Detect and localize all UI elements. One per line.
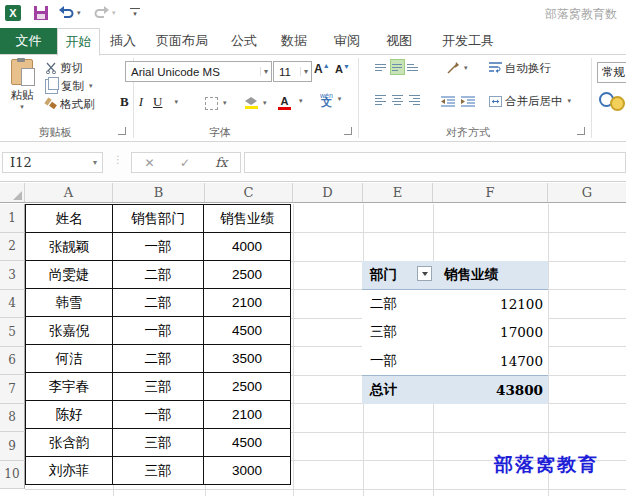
pivot-filter-button[interactable] [417, 266, 432, 281]
cell-b5[interactable]: 一部 [113, 317, 204, 345]
align-right-button[interactable] [406, 92, 421, 108]
number-format-select[interactable]: 常规 [597, 62, 626, 83]
paste-button[interactable]: 粘贴 ▾ [4, 58, 40, 116]
cell-a1[interactable]: 姓名 [26, 205, 113, 233]
orientation-button[interactable]: ▾ [446, 60, 468, 76]
font-name-dropdown-icon[interactable]: ▾ [260, 67, 271, 76]
merge-center-button[interactable]: 合并后居中 ▾ [489, 93, 571, 109]
font-size-select[interactable]: 11 ▾ [273, 61, 312, 82]
pivot-value-header[interactable]: 销售业绩 [433, 261, 548, 290]
pivot-dept-cell[interactable]: 一部 [362, 347, 433, 376]
copy-button[interactable]: 复制 ▾ [45, 78, 93, 94]
phonetic-dropdown-icon[interactable]: ▾ [338, 95, 342, 103]
cell-a4[interactable]: 韩雪 [26, 289, 113, 317]
cell-c4[interactable]: 2100 [204, 289, 291, 317]
top-align-button[interactable] [374, 59, 389, 75]
row-header-7[interactable]: 7 [0, 375, 25, 404]
paste-dropdown-icon[interactable]: ▾ [4, 103, 40, 111]
row-header-3[interactable]: 3 [0, 261, 25, 290]
tab-home[interactable]: 开始 [57, 28, 100, 56]
cell-b3[interactable]: 二部 [113, 261, 204, 289]
pivot-value-cell[interactable]: 12100 [433, 290, 548, 319]
tab-data[interactable]: 数据 [271, 28, 317, 54]
tab-developer[interactable]: 开发工具 [430, 28, 506, 54]
wrap-text-button[interactable]: 自动换行 [489, 60, 551, 76]
cell-c7[interactable]: 2500 [204, 373, 291, 401]
cell-a5[interactable]: 张嘉倪 [26, 317, 113, 345]
undo-icon[interactable]: ▾ [58, 5, 81, 21]
copy-dropdown-icon[interactable]: ▾ [89, 82, 93, 90]
cell-c3[interactable]: 2500 [204, 261, 291, 289]
tab-review[interactable]: 审阅 [324, 28, 370, 54]
orientation-dropdown-icon[interactable]: ▾ [464, 64, 468, 72]
cell-b1[interactable]: 销售部门 [113, 205, 204, 233]
alignment-dialog-launcher-icon[interactable] [577, 127, 585, 135]
clipboard-dialog-launcher-icon[interactable] [118, 127, 126, 135]
middle-align-button[interactable] [390, 59, 405, 75]
align-left-button[interactable] [374, 92, 389, 108]
row-header-6[interactable]: 6 [0, 347, 25, 376]
borders-button[interactable]: ▾ [205, 95, 227, 111]
row-header-1[interactable]: 1 [0, 204, 25, 233]
cell-a9[interactable]: 张含韵 [26, 429, 113, 457]
decrease-indent-icon[interactable] [441, 96, 455, 107]
grow-font-button[interactable]: A▲ [314, 62, 330, 76]
enter-icon[interactable]: ✓ [180, 156, 190, 170]
bottom-align-button[interactable] [406, 59, 421, 75]
pivot-dept-cell[interactable]: 二部 [362, 290, 433, 319]
font-color-dropdown-icon[interactable]: ▾ [299, 97, 303, 105]
cell-c5[interactable]: 4500 [204, 317, 291, 345]
cut-button[interactable]: 剪切 [45, 60, 83, 76]
formula-bar-resize-handle[interactable]: ⋮ [113, 154, 123, 165]
align-center-button[interactable] [390, 92, 405, 108]
pivot-total-label[interactable]: 总计 [362, 375, 433, 404]
tab-formulas[interactable]: 公式 [221, 28, 267, 54]
tab-page-layout[interactable]: 页面布局 [149, 28, 215, 54]
column-header-e[interactable]: E [363, 183, 433, 202]
borders-dropdown-icon[interactable]: ▾ [223, 99, 227, 107]
cell-a2[interactable]: 张靓颖 [26, 233, 113, 261]
tab-file[interactable]: 文件 [0, 28, 57, 54]
font-dialog-launcher-icon[interactable] [344, 127, 352, 135]
cell-a6[interactable]: 何洁 [26, 345, 113, 373]
pivot-value-cell[interactable]: 14700 [433, 347, 548, 376]
cell-b8[interactable]: 一部 [113, 401, 204, 429]
cell-b9[interactable]: 三部 [113, 429, 204, 457]
cell-b4[interactable]: 二部 [113, 289, 204, 317]
cell-a8[interactable]: 陈好 [26, 401, 113, 429]
bold-button[interactable]: B [120, 94, 129, 110]
row-header-5[interactable]: 5 [0, 318, 25, 347]
insert-function-icon[interactable]: fx [215, 155, 227, 170]
row-header-2[interactable]: 2 [0, 233, 25, 262]
formula-input[interactable] [244, 152, 626, 173]
cancel-icon[interactable]: ✕ [145, 156, 155, 170]
pivot-total-value[interactable]: 43800 [433, 375, 548, 404]
column-header-f[interactable]: F [433, 183, 548, 202]
cell-c10[interactable]: 3000 [204, 457, 291, 485]
format-painter-button[interactable]: 格式刷 [45, 96, 95, 112]
italic-button[interactable]: I [139, 94, 143, 110]
column-header-d[interactable]: D [293, 183, 363, 202]
customize-qat-icon[interactable]: ▾ [130, 5, 140, 21]
row-header-10[interactable]: 10 [0, 461, 25, 490]
cell-a7[interactable]: 李宇春 [26, 373, 113, 401]
underline-button[interactable]: U [153, 94, 162, 110]
font-name-select[interactable]: Arial Unicode MS ▾ [125, 61, 272, 82]
shrink-font-button[interactable]: A▼ [335, 63, 350, 75]
select-all-button[interactable] [0, 183, 25, 202]
cell-b6[interactable]: 二部 [113, 345, 204, 373]
column-header-g[interactable]: G [548, 183, 626, 202]
fill-color-button[interactable]: ▾ [245, 95, 267, 111]
row-header-4[interactable]: 4 [0, 290, 25, 319]
cell-c6[interactable]: 3500 [204, 345, 291, 373]
tab-insert[interactable]: 插入 [100, 28, 146, 54]
name-box[interactable]: I12 ▾ [2, 152, 103, 173]
cell-c2[interactable]: 4000 [204, 233, 291, 261]
cell-b10[interactable]: 三部 [113, 457, 204, 485]
pivot-dept-cell[interactable]: 三部 [362, 318, 433, 347]
currency-icon[interactable] [599, 92, 625, 111]
underline-dropdown-icon[interactable]: ▾ [174, 98, 178, 106]
cell-c8[interactable]: 2100 [204, 401, 291, 429]
increase-indent-icon[interactable] [461, 96, 475, 107]
name-box-dropdown-icon[interactable]: ▾ [93, 158, 102, 167]
